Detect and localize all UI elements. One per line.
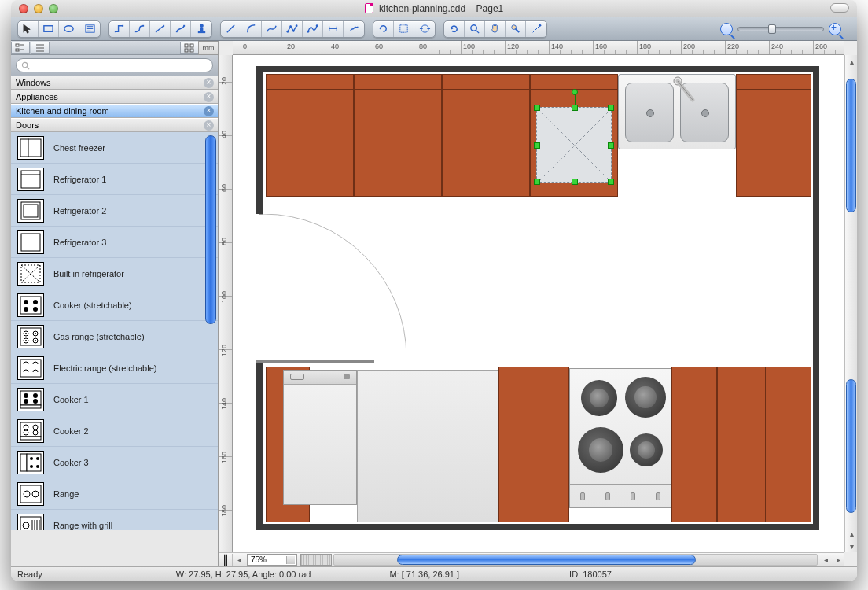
- vscroll-down-arrow[interactable]: ▾: [845, 540, 857, 552]
- category-appliances[interactable]: Appliances×: [11, 90, 218, 104]
- target-tool[interactable]: [414, 21, 435, 37]
- search-input[interactable]: [33, 61, 208, 70]
- connector-tool-4[interactable]: [171, 21, 191, 37]
- dishwasher[interactable]: [283, 370, 357, 505]
- vertical-ruler[interactable]: 20406080100120140160180: [219, 55, 233, 552]
- view-grid-button[interactable]: [180, 42, 199, 54]
- selected-shape[interactable]: [536, 107, 612, 183]
- fridge2-icon: [17, 199, 44, 223]
- zoom-out-icon[interactable]: [720, 23, 733, 35]
- zoom-slider-thumb[interactable]: [768, 24, 776, 34]
- view-tree-button[interactable]: [11, 42, 30, 54]
- vscroll-up-arrow[interactable]: ▴: [845, 55, 857, 68]
- stove-unit[interactable]: [569, 368, 671, 508]
- spline-tool[interactable]: [262, 21, 282, 37]
- toolbar-pill-button[interactable]: [830, 3, 849, 13]
- text-tool[interactable]: [79, 21, 100, 37]
- shape-item-fridge2[interactable]: Refrigerator 2: [11, 195, 218, 227]
- cabinet-bottom-2[interactable]: [498, 367, 569, 522]
- svg-point-34: [471, 25, 477, 31]
- category-close-icon[interactable]: ×: [204, 92, 214, 102]
- zoom-in-icon[interactable]: [829, 23, 841, 35]
- shape-item-range-grill[interactable]: Range with grill: [11, 510, 218, 530]
- line-tool[interactable]: [221, 21, 241, 37]
- bezier-tool[interactable]: [303, 21, 323, 37]
- canvas-vertical-scrollbar[interactable]: ▴ ▴ ▾: [844, 55, 857, 552]
- refresh-icon[interactable]: [444, 21, 465, 37]
- shape-item-chest-freezer[interactable]: Chest freezer: [11, 132, 218, 164]
- ruler-v-label: 120: [220, 345, 228, 356]
- ruler-v-label: 140: [220, 398, 228, 410]
- shape-item-cooker1[interactable]: Cooker 1: [11, 384, 218, 415]
- shape-item-cooker-stretch[interactable]: Cooker (stretchable): [11, 289, 218, 321]
- shape-item-fridge3[interactable]: Refrigerator 3: [11, 227, 218, 258]
- countertop[interactable]: [357, 370, 498, 522]
- svg-rect-6: [115, 31, 116, 32]
- zoom-level-combo[interactable]: 75%: [247, 554, 297, 566]
- status-id: ID: 180057: [569, 570, 612, 579]
- door-threshold: [256, 360, 374, 363]
- cabinet-top-2[interactable]: [354, 74, 442, 197]
- shape-item-builtin-fridge[interactable]: Built in refrigerator: [11, 258, 218, 289]
- stamp-tool[interactable]: [191, 21, 211, 37]
- connector-tool-2[interactable]: [130, 21, 150, 37]
- shape-item-gas-range[interactable]: Gas range (stretchable): [11, 321, 218, 352]
- svg-rect-47: [190, 44, 193, 47]
- rotate-tool[interactable]: [373, 21, 394, 37]
- split-handle[interactable]: ∥: [219, 554, 233, 566]
- shape-item-cooker3[interactable]: Cooker 3: [11, 447, 218, 478]
- hscroll-left-arrow-2[interactable]: ◂: [819, 555, 832, 564]
- horizontal-ruler[interactable]: 020406080100120140160180200220240260: [233, 41, 844, 55]
- shape-item-fridge1[interactable]: Refrigerator 1: [11, 164, 218, 195]
- pan-tool[interactable]: [485, 21, 506, 37]
- cabinet-top-3[interactable]: [442, 74, 530, 197]
- polyline-tool[interactable]: [282, 21, 303, 37]
- category-close-icon[interactable]: ×: [204, 120, 214, 131]
- category-close-icon[interactable]: ×: [204, 78, 214, 88]
- arc-tool[interactable]: [241, 21, 262, 37]
- chest-freezer-icon: [17, 136, 44, 160]
- cabinet-top-1[interactable]: [266, 74, 354, 197]
- cabinet-bottom-4[interactable]: [717, 367, 811, 522]
- page-grip[interactable]: [300, 554, 332, 566]
- ruler-h-label: 80: [419, 42, 427, 50]
- crop-tool[interactable]: [394, 21, 414, 37]
- category-windows[interactable]: Windows×: [11, 76, 218, 90]
- vscroll-thumb-lower[interactable]: [846, 379, 856, 513]
- ruler-unit-label[interactable]: mm: [198, 41, 219, 55]
- eyedropper-tool[interactable]: [526, 21, 546, 37]
- drawing-canvas[interactable]: [233, 55, 844, 552]
- svg-point-83: [33, 399, 38, 404]
- zoom-tool[interactable]: [465, 21, 485, 37]
- shape-item-elec-range[interactable]: Electric range (stretchable): [11, 352, 218, 384]
- svg-point-22: [296, 24, 298, 27]
- dimension-tool[interactable]: [323, 21, 344, 37]
- ellipse-tool[interactable]: [59, 21, 79, 37]
- shape-item-range[interactable]: Range: [11, 478, 218, 510]
- shape-item-cooker2[interactable]: Cooker 2: [11, 415, 218, 447]
- connector-tool-1[interactable]: [109, 21, 130, 37]
- zoom-slider[interactable]: [737, 27, 824, 31]
- range-icon: [17, 482, 44, 506]
- vscroll-up-arrow-2[interactable]: ▴: [845, 527, 857, 540]
- category-doors[interactable]: Doors×: [11, 118, 218, 132]
- ruler-h-label: 40: [331, 42, 339, 50]
- shape-list-scrollbar[interactable]: [205, 135, 216, 324]
- freehand-tool[interactable]: [344, 21, 364, 37]
- view-list-button[interactable]: [31, 42, 50, 54]
- pointer-tool[interactable]: [18, 21, 39, 37]
- hscroll-track[interactable]: [333, 554, 818, 566]
- vscroll-thumb-upper[interactable]: [846, 79, 856, 212]
- category-close-icon[interactable]: ×: [204, 106, 214, 116]
- svg-rect-39: [16, 44, 19, 46]
- eyedropper-style-tool[interactable]: [506, 21, 526, 37]
- svg-rect-9: [142, 25, 144, 27]
- search-input-wrapper[interactable]: [16, 58, 213, 72]
- category-kitchen-and-dining-room[interactable]: Kitchen and dining room×: [11, 104, 218, 118]
- hscroll-right-arrow[interactable]: ▸: [832, 555, 844, 564]
- connector-tool-3[interactable]: [150, 21, 171, 37]
- rectangle-tool[interactable]: [39, 21, 59, 37]
- hscroll-left-arrow[interactable]: ◂: [233, 555, 245, 564]
- hscroll-thumb[interactable]: [397, 555, 696, 565]
- cabinet-bottom-3[interactable]: [671, 367, 717, 522]
